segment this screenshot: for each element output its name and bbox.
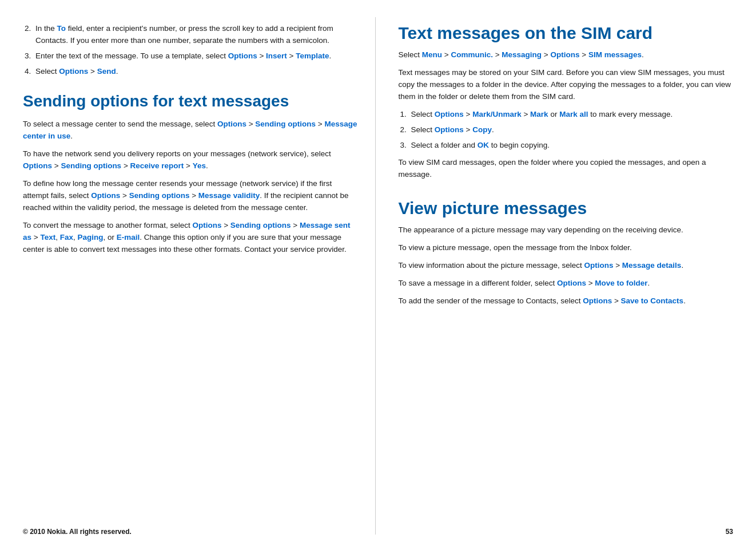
item2-text-after: field, enter a recipient's number, or pr…	[35, 24, 333, 45]
sim-step-3: Select a folder and OK to begin copying.	[409, 140, 734, 152]
view-picture-heading: View picture messages	[399, 198, 734, 219]
list-item-2: In the To field, enter a recipient's num…	[33, 23, 358, 47]
item3-link-template: Template	[296, 52, 329, 60]
item4-text-before: Select	[35, 67, 59, 76]
sim-step-1: Select Options > Mark/Unmark > Mark or M…	[409, 109, 734, 121]
footer: © 2010 Nokia. All rights reserved. 53	[23, 528, 733, 536]
sim-step-2: Select Options > Copy.	[409, 124, 734, 136]
item4-link-send: Send	[97, 67, 116, 76]
item4-sep1: >	[88, 67, 97, 76]
sim-card-intro: Text messages may be stored on your SIM …	[399, 67, 734, 103]
footer-copyright: © 2010 Nokia. All rights reserved.	[23, 528, 132, 536]
right-column: Text messages on the SIM card Select Men…	[376, 17, 734, 535]
item3-link-options: Options	[228, 52, 257, 60]
list-item-4: Select Options > Send.	[33, 66, 358, 78]
left-column: In the To field, enter a recipient's num…	[23, 17, 376, 535]
sending-options-para2: To have the network send you delivery re…	[23, 148, 358, 172]
item3-sep2: >	[287, 52, 296, 60]
view-picture-para3: To view information about the picture me…	[399, 260, 734, 272]
sending-options-para3: To define how long the message center re…	[23, 178, 358, 214]
item3-link-insert: Insert	[266, 52, 287, 60]
sim-card-nav: Select Menu > Communic. > Messaging > Op…	[399, 49, 734, 61]
view-picture-para1: The appearance of a picture message may …	[399, 224, 734, 236]
view-picture-section: View picture messages The appearance of …	[399, 198, 734, 307]
view-picture-para4: To save a message in a different folder,…	[399, 278, 734, 290]
view-picture-para2: To view a picture message, open the mess…	[399, 242, 734, 254]
view-picture-para5: To add the sender of the message to Cont…	[399, 295, 734, 307]
sim-card-outro: To view SIM card messages, open the fold…	[399, 157, 734, 181]
sim-card-heading: Text messages on the SIM card	[399, 23, 734, 43]
footer-page-number: 53	[726, 528, 733, 536]
item2-link-to: To	[57, 24, 66, 33]
sending-options-para1: To select a message center to send the m…	[23, 118, 358, 143]
item3-text-before: Enter the text of the message. To use a …	[35, 52, 228, 60]
item4-text-after: .	[116, 67, 118, 76]
list-item-3: Enter the text of the message. To use a …	[33, 50, 358, 62]
item4-link-options: Options	[59, 67, 88, 76]
sim-card-steps: Select Options > Mark/Unmark > Mark or M…	[409, 109, 734, 152]
item3-sep1: >	[257, 52, 266, 60]
sending-options-para4: To convert the message to another format…	[23, 220, 358, 256]
sending-options-heading: Sending options for text messages	[23, 92, 358, 111]
item3-text-after: .	[329, 52, 332, 60]
intro-list: In the To field, enter a recipient's num…	[33, 23, 358, 78]
item2-text-before: In the	[35, 24, 57, 33]
